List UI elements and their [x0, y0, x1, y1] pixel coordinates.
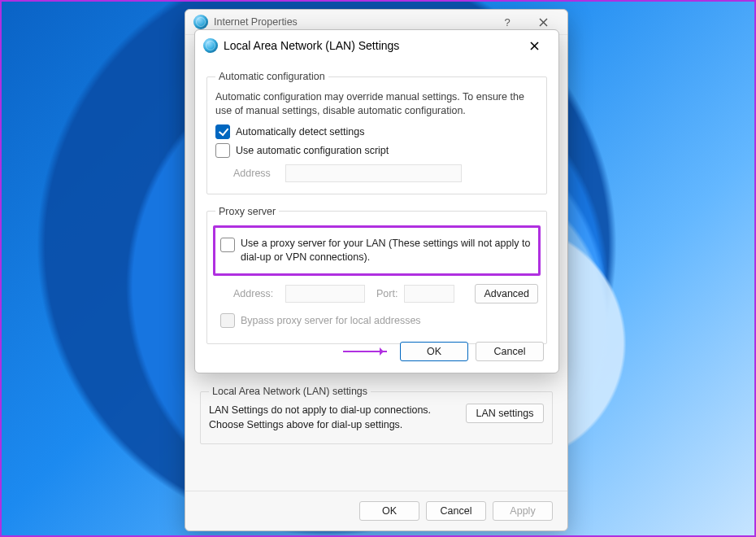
advanced-button[interactable]: Advanced: [475, 284, 538, 303]
lan-settings-button[interactable]: LAN settings: [466, 404, 544, 423]
auto-detect-label: Automatically detect settings: [236, 126, 364, 138]
separator: [185, 491, 567, 491]
close-icon: [530, 41, 539, 50]
script-address-row: Address: [233, 164, 538, 182]
script-address-label: Address: [233, 168, 279, 179]
auto-script-label: Use automatic configuration script: [236, 145, 389, 156]
proxy-port-label: Port:: [376, 288, 398, 299]
bypass-row[interactable]: Bypass proxy server for local addresses: [220, 313, 538, 328]
lan-settings-group: Local Area Network (LAN) settings LAN Se…: [200, 386, 553, 444]
use-proxy-label: Use a proxy server for your LAN (These s…: [241, 237, 533, 264]
lan-settings-titlebar[interactable]: Local Area Network (LAN) Settings: [195, 30, 558, 59]
window-title: Internet Properties: [214, 16, 489, 28]
ok-button[interactable]: OK: [359, 501, 419, 521]
lan-settings-dialog: Local Area Network (LAN) Settings Automa…: [194, 29, 559, 373]
globe-icon: [203, 38, 218, 53]
bypass-checkbox[interactable]: [220, 313, 235, 328]
auto-config-desc: Automatic configuration may override man…: [215, 90, 538, 118]
annotation-highlight: Use a proxy server for your LAN (These s…: [213, 225, 541, 276]
internet-properties-body: Local Area Network (LAN) settings LAN Se…: [200, 386, 553, 456]
auto-detect-checkbox[interactable]: [215, 124, 230, 139]
dialog-actions: OK Cancel: [400, 342, 544, 361]
cancel-button[interactable]: Cancel: [426, 501, 486, 521]
cancel-button[interactable]: Cancel: [476, 342, 544, 361]
close-button[interactable]: [516, 34, 552, 57]
annotation-arrow: [343, 351, 387, 352]
screenshot-frame: Internet Properties ? Local Area Network…: [0, 0, 756, 537]
close-icon: [539, 18, 548, 27]
dialog-actions: OK Cancel Apply: [359, 501, 553, 521]
bypass-label: Bypass proxy server for local addresses: [241, 315, 421, 326]
proxy-address-input[interactable]: [285, 285, 365, 303]
proxy-address-label: Address:: [233, 288, 279, 299]
lan-dialog-body: Automatic configuration Automatic config…: [195, 59, 558, 373]
dialog-title: Local Area Network (LAN) Settings: [224, 39, 516, 52]
proxy-legend: Proxy server: [215, 206, 279, 217]
auto-script-checkbox[interactable]: [215, 143, 230, 158]
use-proxy-row[interactable]: Use a proxy server for your LAN (These s…: [220, 237, 533, 264]
apply-button[interactable]: Apply: [493, 501, 553, 521]
proxy-address-row: Address: Port: Advanced: [233, 284, 538, 303]
proxy-server-group: Proxy server Use a proxy server for your…: [206, 206, 547, 344]
globe-icon: [193, 15, 208, 29]
use-proxy-checkbox[interactable]: [220, 238, 235, 252]
auto-detect-row[interactable]: Automatically detect settings: [215, 124, 538, 139]
lan-settings-desc: LAN Settings do not apply to dial-up con…: [209, 404, 456, 432]
automatic-configuration-group: Automatic configuration Automatic config…: [206, 71, 547, 194]
lan-settings-legend: Local Area Network (LAN) settings: [209, 386, 371, 397]
script-address-input[interactable]: [285, 164, 462, 182]
auto-config-legend: Automatic configuration: [215, 71, 328, 82]
ok-button[interactable]: OK: [400, 342, 468, 361]
proxy-port-input[interactable]: [404, 285, 454, 303]
auto-script-row[interactable]: Use automatic configuration script: [215, 143, 538, 158]
